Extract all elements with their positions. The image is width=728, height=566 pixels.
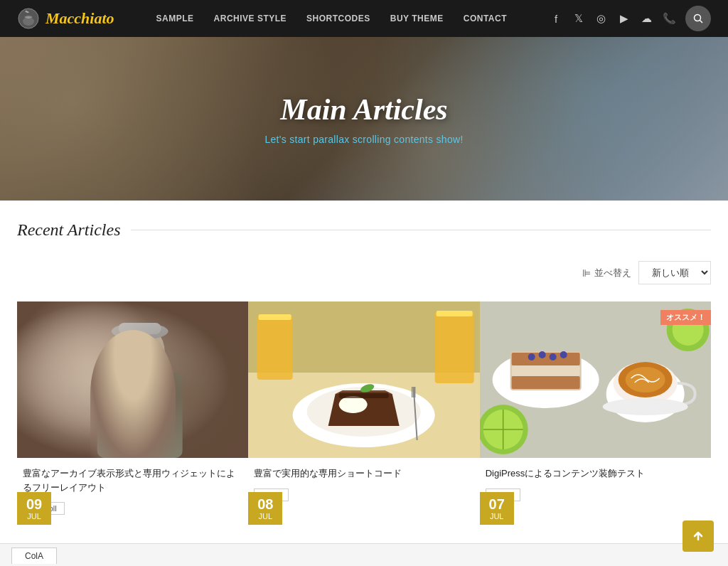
- col-a-tab[interactable]: ColA: [11, 548, 57, 554]
- article-title-1: 豊富なアーカイブ表示形式と専用ウィジェットによるフリーレイアウト: [23, 466, 242, 494]
- hero-subtitle-end: !: [460, 134, 463, 145]
- svg-rect-4: [17, 301, 248, 458]
- arrow-up-icon: [692, 530, 705, 543]
- food-image-2: [248, 301, 479, 458]
- date-badge-3: 07 Jul: [480, 492, 514, 525]
- sort-label-wrap: ⊫ 並べ替え: [582, 267, 631, 279]
- svg-rect-7: [97, 373, 183, 458]
- scroll-top-button[interactable]: [682, 520, 714, 552]
- main-nav: SAMPLE ARCHIVE STYLE SHORTCODES BUY THEM…: [146, 0, 517, 37]
- svg-point-25: [339, 396, 368, 413]
- sort-bar: ⊫ 並べ替え 新しい順: [17, 261, 711, 284]
- svg-rect-17: [257, 316, 293, 380]
- hero-title: Main Articles: [264, 92, 463, 127]
- person-image-1: [17, 301, 248, 458]
- svg-rect-43: [511, 365, 579, 376]
- svg-rect-18: [259, 314, 291, 320]
- coffee-cup-icon: [17, 7, 40, 30]
- article-thumb-2: [248, 301, 479, 458]
- article-title-2: 豊富で実用的な専用ショートコード: [254, 466, 473, 481]
- phone-icon[interactable]: 📞: [663, 12, 677, 25]
- youtube-icon[interactable]: ▶: [617, 12, 631, 25]
- sort-label-text: 並べ替え: [594, 267, 631, 279]
- coffee-image-3: [480, 301, 711, 458]
- bottom-bar: ColA: [0, 543, 728, 553]
- svg-point-47: [549, 353, 556, 361]
- search-icon: [693, 14, 703, 23]
- svg-rect-20: [437, 311, 473, 316]
- svg-point-2: [694, 15, 700, 21]
- sort-icon: ⊫: [582, 267, 591, 279]
- article-title-3: DigiPressによるコンテンツ装飾テスト: [486, 466, 705, 481]
- hero-subtitle: Let's start parallax scrolling contents …: [264, 134, 463, 145]
- article-thumb-1: [17, 301, 248, 458]
- svg-rect-5: [17, 301, 248, 458]
- date-badge-1: 09 Jul: [17, 492, 51, 525]
- svg-line-3: [700, 21, 702, 23]
- svg-rect-11: [141, 350, 153, 357]
- header-right: f 𝕏 ◎ ▶ ☁ 📞: [549, 6, 711, 31]
- date-month-1: Jul: [24, 512, 44, 520]
- section-divider: [131, 230, 712, 230]
- svg-point-53: [602, 398, 687, 415]
- facebook-icon[interactable]: f: [549, 13, 563, 25]
- nav-contact[interactable]: CONTACT: [454, 0, 517, 37]
- date-month-3: Jul: [487, 512, 507, 520]
- article-info-3: DigiPressによるコンテンツ装飾テスト Cat A: [480, 458, 711, 511]
- hero-subtitle-link: contents show: [394, 134, 460, 145]
- site-header: Macchiato SAMPLE ARCHIVE STYLE SHORTCODE…: [0, 0, 728, 37]
- date-day-3: 07: [487, 496, 507, 512]
- article-card-1: 09 Jul 豊富なアーカイブ表示形式と専用ウィジェットによるフリーレイアウト …: [17, 301, 248, 525]
- date-day-2: 08: [255, 496, 275, 512]
- article-info-2: 豊富で実用的な専用ショートコード Cat A: [248, 458, 479, 511]
- cloud-icon[interactable]: ☁: [640, 12, 654, 25]
- article-card-3: オススメ！ 07 Jul DigiPressによるコンテンツ装飾テスト Cat …: [480, 301, 711, 525]
- svg-point-46: [538, 351, 545, 358]
- article-card-2: 08 Jul 豊富で実用的な専用ショートコード Cat A: [248, 301, 479, 525]
- nav-archive-style[interactable]: ARCHIVE STYLE: [204, 0, 297, 37]
- svg-point-8: [112, 323, 168, 340]
- svg-rect-10: [127, 350, 139, 357]
- sort-select[interactable]: 新しい順: [638, 261, 711, 284]
- nav-shortcodes[interactable]: SHORTCODES: [296, 0, 380, 37]
- article-info-1: 豊富なアーカイブ表示形式と専用ウィジェットによるフリーレイアウト Blogrol…: [17, 458, 248, 525]
- svg-point-45: [528, 353, 535, 361]
- date-badge-2: 08 Jul: [248, 492, 282, 525]
- svg-point-6: [115, 324, 165, 378]
- svg-rect-44: [511, 376, 579, 389]
- hero-banner: Main Articles Let's start parallax scrol…: [0, 37, 728, 201]
- hero-content: Main Articles Let's start parallax scrol…: [264, 92, 463, 145]
- svg-rect-42: [511, 353, 579, 365]
- main-content: Recent Articles ⊫ 並べ替え 新しい順: [0, 201, 728, 553]
- logo-text: Macchiato: [46, 9, 114, 28]
- section-title-wrap: Recent Articles: [17, 220, 711, 240]
- nav-sample[interactable]: SAMPLE: [146, 0, 204, 37]
- date-day-1: 09: [24, 496, 44, 512]
- svg-rect-19: [435, 312, 474, 383]
- date-month-2: Jul: [255, 512, 275, 520]
- search-button[interactable]: [685, 6, 711, 31]
- logo-area[interactable]: Macchiato: [17, 7, 114, 30]
- twitter-icon[interactable]: 𝕏: [572, 12, 586, 25]
- recommended-badge: オススメ！: [660, 310, 711, 325]
- instagram-icon[interactable]: ◎: [594, 12, 609, 25]
- article-thumb-3: オススメ！: [480, 301, 711, 458]
- svg-point-48: [560, 351, 567, 358]
- articles-grid: 09 Jul 豊富なアーカイブ表示形式と専用ウィジェットによるフリーレイアウト …: [17, 301, 711, 525]
- svg-rect-9: [119, 323, 161, 334]
- section-title: Recent Articles: [17, 220, 121, 240]
- svg-rect-26: [339, 393, 389, 398]
- svg-rect-13: [105, 394, 161, 433]
- hero-subtitle-plain: Let's start parallax scrolling: [264, 134, 394, 145]
- nav-buy-theme[interactable]: BUY THEME: [380, 0, 454, 37]
